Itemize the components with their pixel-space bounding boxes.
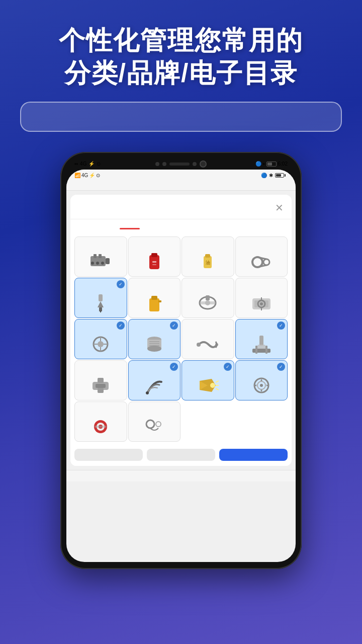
list-item[interactable]: ✓ (74, 278, 127, 318)
list-item[interactable]: ✓ (182, 360, 234, 400)
check-mark: ✓ (117, 280, 125, 288)
list-item[interactable] (235, 236, 288, 277)
svg-point-36 (98, 341, 104, 347)
clear-button[interactable] (147, 449, 215, 461)
svg-rect-69 (95, 426, 107, 428)
part-image-engine (89, 252, 112, 271)
list-item[interactable]: ✓ (128, 360, 181, 400)
svg-rect-52 (255, 346, 257, 354)
part-image-cooling (89, 335, 112, 354)
check-mark: ✓ (170, 321, 178, 330)
tab-all-categories[interactable] (78, 223, 181, 232)
filter-icon (143, 335, 165, 354)
svg-point-32 (260, 302, 263, 305)
svg-rect-12 (205, 254, 210, 258)
list-item[interactable]: ✓ (74, 319, 127, 359)
svg-point-43 (147, 346, 161, 352)
brake-icon (89, 417, 112, 436)
svg-text:油: 油 (206, 260, 210, 265)
svg-point-71 (156, 422, 161, 427)
part-image-mount (89, 376, 112, 395)
tab-underline (120, 228, 140, 229)
tabs-row (70, 219, 292, 234)
svg-line-16 (257, 257, 266, 259)
notch-right: 🔵 ▪ 6:02 (255, 161, 288, 167)
svg-point-59 (210, 383, 215, 388)
list-item[interactable] (128, 236, 181, 277)
check-mark: ✓ (170, 363, 178, 371)
svg-line-17 (257, 265, 266, 267)
notch-left: ▪▪ 4G ⚡ ⊙ (74, 161, 101, 167)
part-image-intake (197, 293, 219, 312)
part-image-brake (89, 417, 112, 436)
list-item[interactable] (74, 236, 127, 277)
svg-rect-51 (252, 349, 270, 353)
check-mark: ✓ (277, 363, 285, 371)
svg-rect-8 (151, 253, 157, 257)
svg-point-65 (260, 384, 263, 387)
phone-screen: 📶4G⚡⊙ 🔵 ✱ (66, 170, 296, 562)
notch-center (155, 160, 207, 168)
status-logo: 🔵 (261, 173, 267, 178)
cancel-button[interactable] (74, 449, 143, 461)
list-item[interactable] (128, 278, 181, 318)
svg-rect-56 (98, 378, 104, 383)
svg-rect-9 (152, 261, 156, 263)
list-item[interactable] (182, 278, 234, 318)
phone-frame: ▪▪ 4G ⚡ ⊙ 🔵 ▪ 6:02 (60, 152, 302, 569)
list-item[interactable] (182, 319, 234, 359)
list-item[interactable]: ✓ (235, 319, 288, 359)
svg-rect-3 (99, 254, 102, 258)
timing-icon (250, 376, 273, 395)
check-mark: ✓ (224, 363, 232, 371)
ac-icon (250, 293, 273, 312)
other-icon (143, 417, 165, 436)
status-time-battery: 🔵 ✱ (261, 173, 288, 178)
list-item[interactable] (235, 278, 288, 318)
svg-point-70 (146, 420, 154, 428)
modal-close-icon[interactable]: ✕ (275, 202, 284, 214)
svg-point-4 (91, 262, 94, 265)
svg-point-5 (96, 262, 99, 265)
part-image-transfer-oil (143, 252, 165, 271)
part-image-engine-oil (143, 293, 165, 312)
status-signal: 📶4G⚡⊙ (74, 173, 100, 178)
part-image-spark-plug (89, 293, 112, 312)
svg-rect-23 (151, 296, 157, 300)
modal-panel: ✕ (70, 195, 292, 466)
list-item[interactable] (74, 401, 127, 442)
svg-rect-18 (99, 294, 103, 301)
list-item[interactable]: 油 (182, 236, 234, 277)
phone-mockup: ▪▪ 4G ⚡ ⊙ 🔵 ▪ 6:02 (0, 152, 362, 569)
bottom-bar (66, 470, 296, 481)
tab-all-brands[interactable] (181, 223, 284, 232)
list-item[interactable]: ✓ (128, 319, 181, 359)
svg-line-60 (216, 381, 219, 382)
svg-rect-27 (206, 295, 210, 300)
confirm-button[interactable] (219, 449, 288, 461)
part-image-ac (250, 293, 273, 312)
phone-notch: ▪▪ 4G ⚡ ⊙ 🔵 ▪ 6:02 (66, 161, 296, 170)
list-item[interactable] (74, 360, 127, 400)
part-image-timing (250, 376, 273, 395)
part-image-suspension (250, 335, 273, 354)
bluetooth-icon: ✱ (269, 173, 273, 178)
transfer-oil-icon (143, 252, 165, 271)
aux-oil-icon: 油 (197, 252, 219, 271)
cooling-icon (89, 335, 112, 354)
part-image-filter (143, 335, 165, 354)
list-item[interactable]: ✓ (235, 360, 288, 400)
engine-icon (89, 252, 112, 271)
spark-plug-icon (89, 293, 112, 312)
svg-rect-0 (90, 256, 106, 266)
part-image-lighting (197, 376, 219, 395)
list-item[interactable] (128, 401, 181, 442)
svg-line-62 (216, 388, 219, 390)
belt-icon (250, 252, 273, 271)
part-image-other (143, 417, 165, 436)
part-image-aux-oil: 油 (197, 252, 219, 271)
part-image-wiper (143, 376, 165, 395)
suspension-icon (250, 335, 273, 354)
status-bar: 📶4G⚡⊙ 🔵 ✱ (66, 170, 296, 180)
part-image-belt (250, 252, 273, 271)
